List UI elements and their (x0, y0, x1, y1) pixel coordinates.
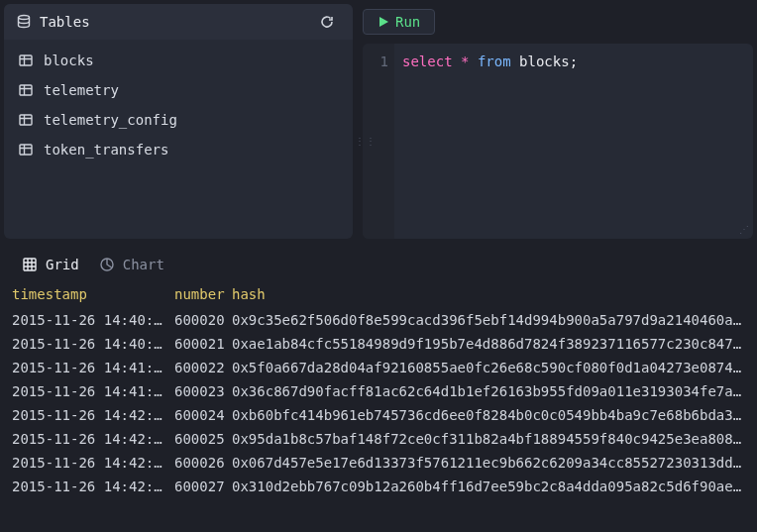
table-item-telemetry-config[interactable]: telemetry_config (4, 105, 353, 135)
cell-hash: 0xae1ab84cfc55184989d9f195b7e4d886d7824f… (232, 336, 745, 352)
cell-number: 600024 (174, 407, 232, 423)
cell-number: 600020 (174, 312, 232, 328)
table-name: telemetry_config (44, 112, 177, 128)
cell-timestamp: 2015-11-26 14:42:… (12, 431, 174, 447)
tab-grid[interactable]: Grid (22, 257, 79, 272)
table-item-blocks[interactable]: blocks (4, 46, 353, 75)
cell-timestamp: 2015-11-26 14:41:… (12, 360, 174, 375)
tab-chart-label: Chart (123, 257, 164, 272)
cell-number: 600023 (174, 383, 232, 399)
table-icon (18, 53, 34, 68)
chart-icon (99, 257, 115, 272)
cell-timestamp: 2015-11-26 14:42:… (12, 407, 174, 423)
table-item-telemetry[interactable]: telemetry (4, 75, 353, 105)
token-ident: blocks (519, 53, 570, 69)
table-row[interactable]: 2015-11-26 14:40:…6000210xae1ab84cfc5518… (8, 332, 749, 356)
database-icon (16, 14, 32, 30)
refresh-button[interactable] (313, 8, 341, 36)
result-tabs: Grid Chart (4, 243, 753, 282)
token-star: * (461, 53, 469, 69)
token-select: select (402, 53, 453, 69)
cell-number: 600027 (174, 479, 232, 494)
cell-timestamp: 2015-11-26 14:41:… (12, 383, 174, 399)
run-button[interactable]: Run (363, 9, 435, 35)
cell-hash: 0x95da1b8c57baf148f72ce0cf311b82a4bf1889… (232, 431, 745, 447)
table-row[interactable]: 2015-11-26 14:42:…6000270x310d2ebb767c09… (8, 475, 749, 498)
tab-grid-label: Grid (46, 257, 79, 272)
table-row[interactable]: 2015-11-26 14:42:…6000260x067d457e5e17e6… (8, 451, 749, 475)
cell-hash: 0x5f0a667da28d04af92160855ae0fc26e68c590… (232, 360, 745, 375)
play-icon (378, 16, 389, 28)
refresh-icon (319, 14, 335, 30)
tables-panel: Tables blocks telemetry (4, 4, 353, 239)
svg-rect-2 (20, 85, 32, 95)
table-row[interactable]: 2015-11-26 14:40:…6000200x9c35e62f506d0f… (8, 308, 749, 332)
grid-body: 2015-11-26 14:40:…6000200x9c35e62f506d0f… (8, 308, 749, 498)
results-grid: timestamp number hash 2015-11-26 14:40:…… (4, 282, 753, 498)
table-icon (18, 142, 34, 158)
cell-hash: 0x9c35e62f506d0f8e599cacd396f5ebf14d994b… (232, 312, 745, 328)
table-icon (18, 82, 34, 98)
cell-timestamp: 2015-11-26 14:42:… (12, 455, 174, 471)
table-name: token_transfers (44, 142, 168, 158)
svg-rect-1 (20, 55, 32, 65)
table-name: blocks (44, 53, 94, 68)
cell-number: 600022 (174, 360, 232, 375)
table-item-token-transfers[interactable]: token_transfers (4, 135, 353, 164)
cell-hash: 0x310d2ebb767c09b12a260b4ff16d7ee59bc2c8… (232, 479, 745, 494)
col-header-timestamp[interactable]: timestamp (12, 286, 174, 302)
table-list: blocks telemetry telemetry_config token_… (4, 40, 353, 170)
table-name: telemetry (44, 82, 119, 98)
svg-point-0 (19, 16, 30, 20)
editor-code[interactable]: select * from blocks; (394, 44, 586, 239)
col-header-number[interactable]: number (174, 286, 232, 302)
tables-title: Tables (40, 14, 313, 30)
cell-number: 600021 (174, 336, 232, 352)
tables-header: Tables (4, 4, 353, 40)
cell-number: 600026 (174, 455, 232, 471)
results-panel: Grid Chart timestamp number hash 2015-11… (0, 243, 757, 498)
cell-timestamp: 2015-11-26 14:42:… (12, 479, 174, 494)
cell-hash: 0x067d457e5e17e6d13373f5761211ec9b662c62… (232, 455, 745, 471)
table-icon (18, 112, 34, 128)
grid-icon (22, 257, 38, 272)
table-row[interactable]: 2015-11-26 14:42:…6000250x95da1b8c57baf1… (8, 427, 749, 451)
tab-chart[interactable]: Chart (99, 257, 164, 272)
cell-number: 600025 (174, 431, 232, 447)
cell-timestamp: 2015-11-26 14:40:… (12, 312, 174, 328)
grid-headers: timestamp number hash (8, 282, 749, 308)
cell-hash: 0xb60bfc414b961eb745736cd6ee0f8284b0c0c0… (232, 407, 745, 423)
line-number: 1 (369, 53, 388, 69)
cell-hash: 0x36c867d90facff81ac62c64d1b1ef26163b955… (232, 383, 745, 399)
table-row[interactable]: 2015-11-26 14:41:…6000230x36c867d90facff… (8, 379, 749, 403)
sql-editor[interactable]: ⋮⋮ 1 select * from blocks; ⋰ (363, 44, 753, 239)
svg-rect-3 (20, 115, 32, 125)
run-label: Run (395, 14, 420, 30)
cell-timestamp: 2015-11-26 14:40:… (12, 336, 174, 352)
panel-resize-handle[interactable]: ⋮⋮ (355, 140, 377, 144)
run-bar: Run (363, 4, 753, 40)
table-row[interactable]: 2015-11-26 14:42:…6000240xb60bfc414b961e… (8, 403, 749, 427)
svg-rect-5 (24, 259, 36, 270)
editor-resize-handle[interactable]: ⋰ (739, 224, 749, 235)
editor-panel: Run ⋮⋮ 1 select * from blocks; ⋰ (363, 4, 753, 239)
svg-rect-4 (20, 145, 32, 155)
col-header-hash[interactable]: hash (232, 286, 745, 302)
table-row[interactable]: 2015-11-26 14:41:…6000220x5f0a667da28d04… (8, 356, 749, 379)
token-semi: ; (570, 53, 578, 69)
token-from: from (478, 53, 511, 69)
